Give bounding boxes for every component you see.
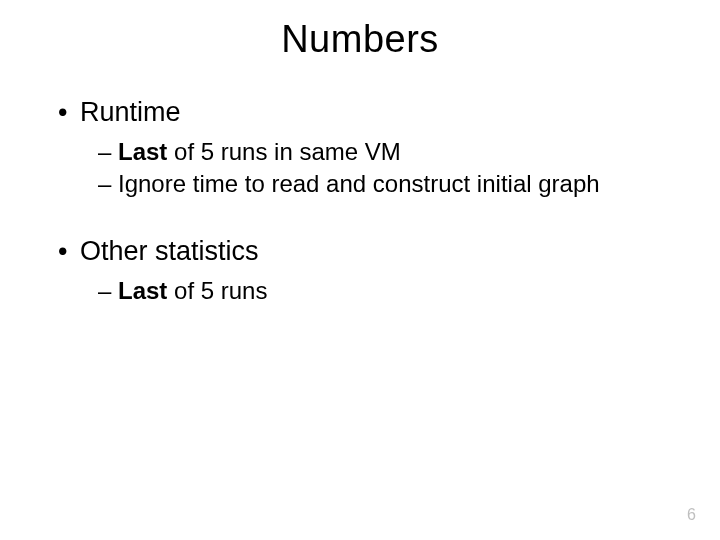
bullet-other-stats-item-0-bold: Last <box>118 277 167 304</box>
bullet-runtime-item-1-rest: Ignore time to read and construct initia… <box>118 170 600 197</box>
bullet-other-stats-label: Other statistics <box>80 236 259 266</box>
bullet-runtime-item-1: Ignore time to read and construct initia… <box>98 170 680 198</box>
bullet-runtime: Runtime <box>58 97 680 128</box>
bullet-runtime-item-0-rest: of 5 runs in same VM <box>167 138 400 165</box>
bullet-other-stats: Other statistics <box>58 236 680 267</box>
slide: Numbers Runtime Last of 5 runs in same V… <box>0 0 720 540</box>
bullet-other-stats-item-0: Last of 5 runs <box>98 277 680 305</box>
bullet-other-stats-item-0-rest: of 5 runs <box>167 277 267 304</box>
slide-title: Numbers <box>40 18 680 61</box>
bullet-runtime-item-0: Last of 5 runs in same VM <box>98 138 680 166</box>
bullet-runtime-item-0-bold: Last <box>118 138 167 165</box>
bullet-runtime-label: Runtime <box>80 97 181 127</box>
section-gap <box>40 202 680 236</box>
page-number: 6 <box>687 506 696 524</box>
